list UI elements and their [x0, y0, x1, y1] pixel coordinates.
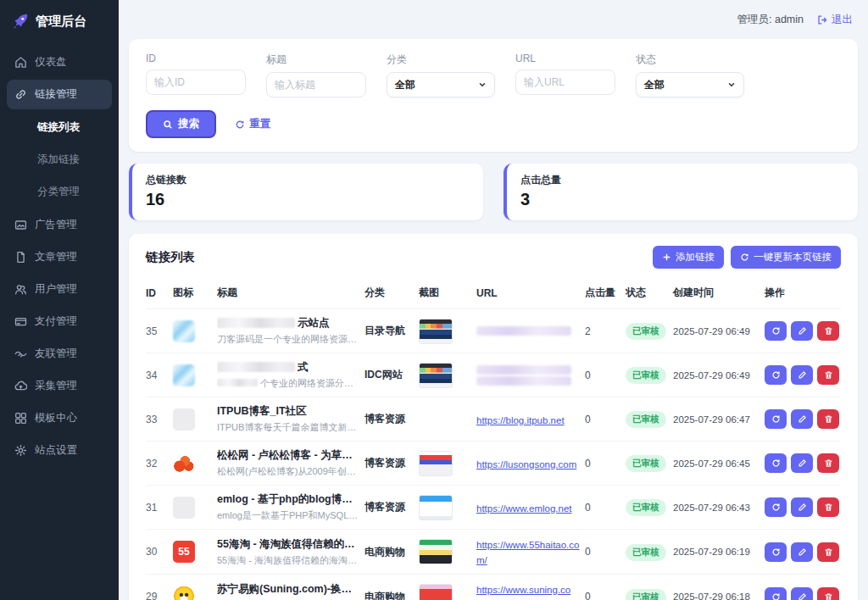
brand: 管理后台 [0, 0, 119, 45]
add-link-button[interactable]: 添加链接 [653, 246, 724, 269]
sidebar-subitem-add-link[interactable]: 添加链接 [7, 144, 112, 175]
bulk-refresh-button[interactable]: 一键更新本页链接 [731, 246, 841, 269]
status-badge: 已审核 [626, 455, 666, 472]
sidebar-subitem-category-manage[interactable]: 分类管理 [7, 176, 112, 208]
delete-row-button[interactable] [817, 409, 839, 429]
sidebar-item-dashboard[interactable]: 仪表盘 [7, 47, 112, 77]
row-id: 29 [146, 591, 168, 600]
admin-name: admin [775, 14, 804, 25]
row-description: 个专业的网络资源分享平台,提供各种PHP源码、网... [217, 377, 359, 390]
delete-row-button[interactable] [817, 453, 839, 473]
clicks-count: 0 [585, 502, 620, 514]
row-id: 34 [146, 369, 168, 381]
edit-row-button[interactable] [791, 453, 813, 473]
sidebar-item-ads[interactable]: 广告管理 [7, 210, 112, 240]
edit-row-button[interactable] [791, 497, 813, 517]
title-input[interactable] [266, 72, 366, 97]
refresh-row-button[interactable] [765, 409, 787, 429]
row-description: emlog是一款基于PHP和MySQL的轻量级博客及CMS建... [217, 509, 359, 522]
row-actions [765, 453, 841, 473]
url-input[interactable] [515, 69, 615, 95]
edit-icon [798, 370, 807, 380]
delete-row-button[interactable] [817, 321, 839, 341]
delete-row-button[interactable] [817, 365, 839, 385]
row-title[interactable]: 苏宁易购(Suning.com)-换新到苏宁 省钱更省心! [217, 582, 359, 597]
title-cell: 松松网 - 卢松松博客 - 为草根创业者提供网络推广知识松松网(卢松松博客)从2… [217, 448, 359, 478]
row-title[interactable]: ITPUB博客_IT社区 [217, 404, 359, 419]
row-title[interactable]: 式 [217, 360, 359, 375]
screenshot-cell [419, 407, 471, 432]
edit-row-button[interactable] [791, 587, 813, 600]
refresh-row-button[interactable] [765, 365, 787, 385]
refresh-icon [771, 503, 781, 512]
refresh-icon [771, 326, 781, 336]
edit-row-button[interactable] [791, 542, 813, 562]
edit-row-button[interactable] [791, 365, 813, 385]
search-button[interactable]: 搜索 [146, 110, 216, 138]
sidebar-item-users[interactable]: 用户管理 [7, 275, 112, 304]
table-body: 35示站点刀客源码是一个专业的网络资源分享平台,提供各种PHP源码、网...目录… [146, 309, 841, 600]
status-select[interactable]: 全部 [636, 72, 744, 97]
site-icon-cell [173, 497, 212, 519]
status-badge: 已审核 [626, 367, 666, 384]
refresh-row-button[interactable] [765, 587, 787, 600]
sidebar-item-templates[interactable]: 模板中心 [7, 403, 112, 433]
row-url-link[interactable]: https://www.suning.com/ [476, 585, 570, 600]
screenshot-cell [419, 451, 471, 476]
sidebar-item-articles[interactable]: 文章管理 [7, 242, 112, 272]
sidebar-item-friend-links[interactable]: 友联管理 [7, 339, 112, 369]
refresh-icon [771, 547, 781, 557]
sidebar-item-links[interactable]: 链接管理 [7, 80, 112, 109]
delete-row-button[interactable] [817, 542, 839, 562]
url-cell: https://www.55haitao.com/ [476, 536, 580, 567]
row-category: 电商购物 [364, 545, 414, 559]
screenshot-cell [419, 495, 471, 520]
row-url-link[interactable]: https://www.55haitao.com/ [476, 540, 579, 565]
sidebar-item-collect[interactable]: 采集管理 [7, 371, 112, 401]
id-input[interactable] [146, 69, 246, 95]
row-actions [765, 587, 841, 600]
column-header-1: 图标 [173, 286, 212, 300]
row-url-link[interactable]: https://lusongsong.com [476, 459, 576, 469]
sidebar-item-payments[interactable]: 支付管理 [7, 307, 112, 336]
grid-icon [14, 412, 27, 425]
status-cell: 已审核 [626, 454, 668, 472]
created-time: 2025-07-29 06:45 [673, 458, 760, 469]
refresh-row-button[interactable] [765, 321, 787, 341]
sidebar-item-label: 模板中心 [35, 411, 77, 425]
created-time: 2025-07-29 06:43 [673, 503, 760, 513]
edit-row-button[interactable] [791, 321, 813, 341]
edit-row-button[interactable] [791, 409, 813, 429]
column-header-6: 点击量 [585, 286, 620, 300]
sidebar-nav: 仪表盘链接管理链接列表添加链接分类管理广告管理文章管理用户管理支付管理友联管理采… [0, 47, 119, 465]
handshake-icon [14, 347, 27, 360]
row-url-link[interactable]: https://www.emlog.net [476, 503, 572, 514]
row-title[interactable]: 松松网 - 卢松松博客 - 为草根创业者提供网络推广知识 [217, 448, 359, 463]
sidebar-item-site-settings[interactable]: 站点设置 [7, 436, 112, 465]
row-title[interactable]: 55海淘 - 海淘族值得信赖的海淘返利网站 [217, 537, 359, 552]
category-select[interactable]: 全部 [387, 72, 495, 97]
reset-button[interactable]: 重置 [235, 117, 270, 131]
main-content: 管理员: admin 退出 ID标题分类全部URL状态全部 搜索 [119, 0, 868, 600]
clicks-count: 2 [585, 325, 620, 337]
delete-row-button[interactable] [817, 587, 839, 600]
chevron-down-icon [727, 81, 736, 89]
refresh-icon [235, 119, 245, 130]
column-header-3: 分类 [364, 286, 414, 300]
row-title[interactable]: emlog - 基于php的blog博客程序及CMS建站系统 [217, 492, 359, 507]
site-favicon [173, 586, 195, 600]
row-url-link[interactable]: https://blog.itpub.net [476, 415, 565, 425]
title-cell: 苏宁易购(Suning.com)-换新到苏宁 省钱更省心!苏宁易购(Suning… [217, 582, 359, 600]
site-screenshot [419, 539, 453, 564]
table-row: 35示站点刀客源码是一个专业的网络资源分享平台,提供各种PHP源码、网...目录… [146, 309, 841, 353]
logout-link[interactable]: 退出 [817, 13, 853, 27]
delete-row-button[interactable] [817, 497, 839, 517]
row-title[interactable]: 示站点 [217, 316, 359, 331]
clicks-count: 0 [585, 458, 620, 469]
title-cell: 示站点刀客源码是一个专业的网络资源分享平台,提供各种PHP源码、网... [217, 316, 359, 346]
sidebar-item-label: 支付管理 [35, 314, 77, 329]
refresh-row-button[interactable] [765, 453, 787, 473]
sidebar-subitem-link-list[interactable]: 链接列表 [7, 112, 112, 143]
refresh-row-button[interactable] [765, 497, 787, 517]
refresh-row-button[interactable] [765, 542, 787, 562]
